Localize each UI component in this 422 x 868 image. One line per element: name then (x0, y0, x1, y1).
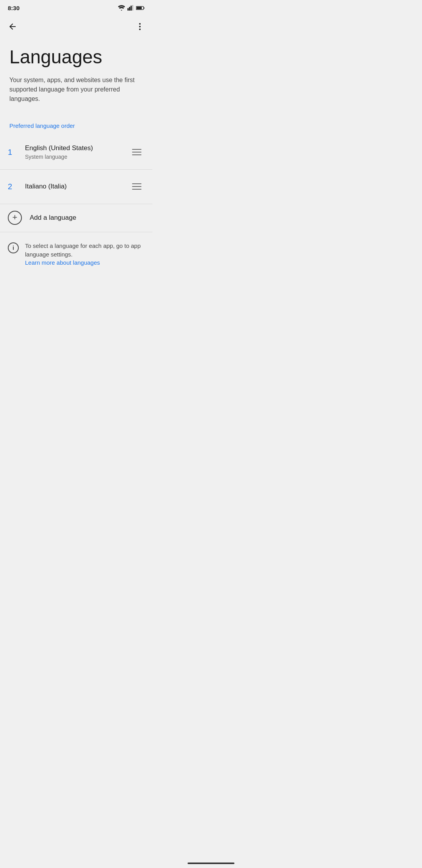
info-body: To select a language for each app, go to… (25, 242, 145, 259)
drag-line (132, 152, 141, 152)
page-description: Your system, apps, and websites use the … (9, 75, 143, 104)
drag-handle-2[interactable] (129, 180, 145, 193)
language-name-2: Italiano (Italia) (25, 183, 129, 190)
page-header: Languages Your system, apps, and website… (0, 38, 152, 116)
more-options-button[interactable] (132, 19, 148, 34)
svg-rect-0 (127, 8, 129, 11)
back-button[interactable] (5, 19, 20, 34)
drag-handle-1[interactable] (129, 146, 145, 158)
preferred-language-order-link[interactable]: Preferred language order (0, 116, 152, 132)
battery-icon (136, 5, 145, 11)
svg-point-7 (139, 23, 141, 25)
page-title: Languages (9, 47, 143, 68)
drag-line (132, 186, 141, 187)
add-language-item[interactable]: + Add a language (0, 204, 152, 232)
info-section: i To select a language for each app, go … (0, 232, 152, 276)
svg-rect-6 (136, 7, 142, 9)
signal-icon (127, 5, 134, 11)
add-icon-circle: + (8, 211, 22, 225)
more-options-icon (135, 22, 145, 31)
svg-rect-1 (129, 7, 130, 11)
info-icon: i (8, 242, 19, 253)
status-icons (118, 5, 145, 11)
language-item-1[interactable]: 1 English (United States) System languag… (0, 135, 152, 170)
wifi-icon (118, 5, 125, 11)
learn-more-link[interactable]: Learn more about languages (25, 259, 100, 266)
svg-rect-3 (132, 5, 133, 11)
drag-line (132, 149, 141, 150)
back-icon (8, 22, 17, 31)
svg-point-9 (139, 29, 141, 30)
language-number-2: 2 (8, 182, 22, 191)
drag-line (132, 189, 141, 190)
language-sub-1: System language (25, 154, 129, 160)
add-language-label: Add a language (30, 214, 76, 222)
drag-line (132, 183, 141, 184)
drag-line (132, 154, 141, 155)
status-bar: 8:30 (0, 0, 152, 16)
language-info-2: Italiano (Italia) (22, 183, 129, 190)
info-text-block: To select a language for each app, go to… (25, 242, 145, 266)
svg-point-8 (139, 26, 141, 27)
language-list: 1 English (United States) System languag… (0, 135, 152, 232)
add-icon: + (13, 213, 18, 222)
language-info-1: English (United States) System language (22, 144, 129, 160)
toolbar (0, 16, 152, 38)
svg-rect-5 (144, 7, 145, 8)
language-item-2[interactable]: 2 Italiano (Italia) (0, 170, 152, 204)
language-name-1: English (United States) (25, 144, 129, 152)
status-time: 8:30 (8, 5, 20, 11)
language-number-1: 1 (8, 148, 22, 157)
svg-rect-2 (131, 6, 132, 11)
